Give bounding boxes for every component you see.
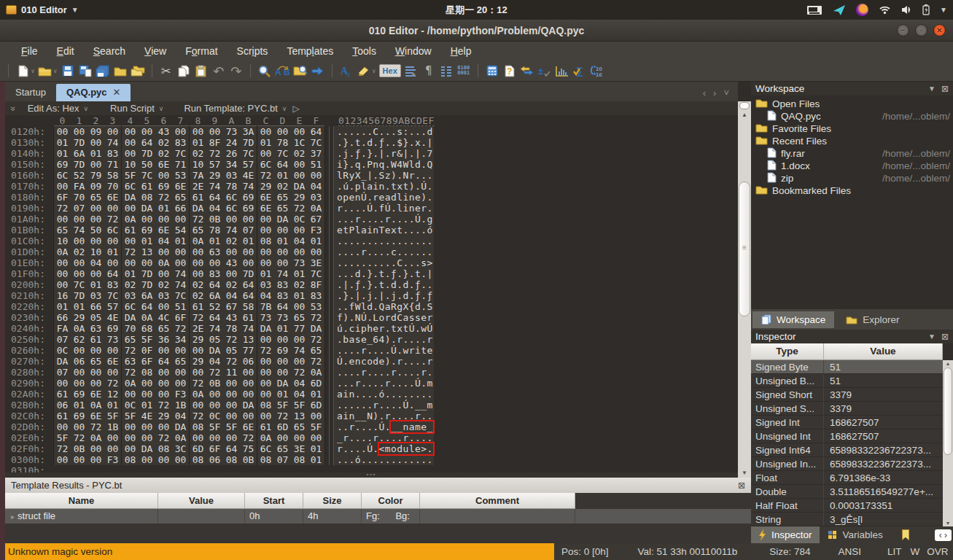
hex-bytes[interactable]: 017D007400640283018F247D01781C7C	[53, 137, 325, 148]
hex-byte[interactable]: 0A	[122, 378, 139, 389]
hex-byte[interactable]: 00	[87, 159, 104, 170]
open-folder-icon[interactable]	[113, 63, 128, 79]
hex-byte[interactable]: 04	[206, 356, 223, 367]
hex-bytes[interactable]: 06010A010C01721B000000DA085F5F6D	[53, 400, 325, 411]
workspace-tree[interactable]: Open FilesQAQ.pyc/home/...oblem/Favorite…	[751, 96, 953, 197]
hex-byte[interactable]: F3	[308, 225, 324, 236]
hex-byte[interactable]: 5F	[308, 421, 324, 432]
paste-icon[interactable]	[194, 63, 209, 79]
hex-byte[interactable]: 7D	[240, 137, 257, 148]
hex-byte[interactable]: DA	[274, 214, 291, 225]
hex-byte[interactable]: 04	[291, 389, 308, 400]
folder-copy-icon[interactable]	[131, 63, 145, 79]
minimize-button[interactable]: −	[897, 24, 909, 36]
hex-byte[interactable]: 6C	[257, 159, 274, 170]
hex-byte[interactable]: 72	[122, 367, 139, 378]
inspector-row[interactable]: String3_gÊs[l	[751, 513, 953, 526]
inspector-row[interactable]: Signed Int6465898332236722373...	[751, 443, 953, 457]
save-icon[interactable]	[61, 63, 75, 79]
hex-byte[interactable]: 6E	[155, 159, 172, 170]
hex-row[interactable]: 0260h:0C000000720F000000DA057772697465..…	[5, 345, 738, 356]
hex-byte[interactable]: 00	[71, 421, 87, 432]
hex-byte[interactable]: 72	[54, 443, 71, 454]
hex-byte[interactable]: 00	[54, 279, 71, 290]
hex-byte[interactable]: DA	[291, 181, 308, 192]
hex-byte[interactable]: 00	[172, 378, 189, 389]
hex-byte[interactable]: 01	[257, 137, 274, 148]
hex-byte[interactable]: 73	[274, 312, 291, 323]
menu-templates[interactable]: Templates	[279, 43, 341, 59]
hex-byte[interactable]: 79	[87, 170, 104, 181]
hex-byte[interactable]: 08	[139, 192, 155, 203]
hex-byte[interactable]: 01	[71, 301, 87, 312]
hex-byte[interactable]: 00	[139, 454, 155, 465]
hex-byte[interactable]: 29	[155, 411, 172, 421]
hex-byte[interactable]: 1B	[172, 400, 189, 411]
hex-byte[interactable]: 69	[71, 389, 87, 400]
hex-byte[interactable]: 00	[190, 400, 206, 411]
tab-inspector[interactable]: Inspector	[751, 526, 820, 543]
hex-byte[interactable]: 72	[223, 356, 240, 367]
hex-byte[interactable]: 00	[139, 389, 155, 400]
hex-byte[interactable]: 61	[190, 192, 206, 203]
hex-row[interactable]: 0160h:6C5279585F7C00537A29034E72010000lR…	[5, 170, 738, 181]
hex-byte[interactable]: 72	[308, 356, 324, 367]
hex-byte[interactable]: 00	[223, 389, 240, 400]
hex-byte[interactable]: 3A	[240, 126, 257, 137]
hex-ascii[interactable]: ain....ó........	[334, 389, 434, 400]
hex-byte[interactable]: 0B	[240, 454, 257, 465]
hex-byte[interactable]: 58	[240, 301, 257, 312]
hex-byte[interactable]: 65	[190, 225, 206, 236]
hex-ascii[interactable]: ú.cipher.txtÚ.wÚ	[334, 323, 434, 334]
close-button[interactable]: ✕	[933, 24, 946, 36]
hex-byte[interactable]: 06	[71, 356, 87, 367]
hex-row[interactable]: 0240h:FA0A6369706865722E747874DA0177DAú.…	[5, 323, 738, 334]
hex-byte[interactable]: 02	[122, 279, 139, 290]
hex-byte[interactable]: 57	[104, 301, 121, 312]
hex-byte[interactable]: 7D	[71, 159, 87, 170]
hex-byte[interactable]: 72	[257, 170, 274, 181]
hex-byte[interactable]: 01	[122, 268, 139, 279]
hex-byte[interactable]: 00	[291, 126, 308, 137]
hex-byte[interactable]: 00	[155, 367, 172, 378]
hex-ascii[interactable]: .|.ƒ.}.t.d.d.ƒ..	[334, 279, 434, 290]
hex-byte[interactable]: 73	[291, 257, 308, 268]
hex-byte[interactable]: DA	[172, 421, 189, 432]
hex-byte[interactable]: 74	[172, 268, 189, 279]
hex-byte[interactable]: 65	[291, 421, 308, 432]
hex-byte[interactable]: 00	[172, 126, 189, 137]
hex-byte[interactable]: 00	[104, 443, 121, 454]
hex-byte[interactable]: 01	[155, 203, 172, 214]
hex-byte[interactable]: 00	[87, 454, 104, 465]
status-endian-toggle[interactable]: LIT	[871, 546, 906, 557]
col-header-comment[interactable]: Comment	[420, 493, 575, 509]
menu-format[interactable]: Format	[177, 43, 225, 59]
hex-byte[interactable]: 83	[274, 290, 291, 301]
hex-byte[interactable]: 7C	[308, 268, 324, 279]
hex-byte[interactable]: 6F	[206, 443, 223, 454]
hex-byte[interactable]: 00	[54, 421, 71, 432]
hex-byte[interactable]: 03	[223, 170, 240, 181]
hex-byte[interactable]: DA	[206, 345, 223, 356]
inspector-row[interactable]: Signed Short3379	[751, 388, 953, 402]
hex-byte[interactable]: 08	[257, 236, 274, 246]
hex-byte[interactable]: 6C	[257, 443, 274, 454]
hex-byte[interactable]: 70	[71, 192, 87, 203]
hex-byte[interactable]: 77	[240, 345, 257, 356]
bookmark-tab-icon[interactable]	[902, 529, 909, 540]
hex-byte[interactable]: 00	[240, 246, 257, 257]
hex-byte[interactable]: 34	[172, 334, 189, 345]
hex-byte[interactable]: 08	[257, 454, 274, 465]
hex-row[interactable]: 0280h:0700000072080000007211000000720A..…	[5, 367, 738, 378]
hex-byte[interactable]: 12	[104, 389, 121, 400]
copy-icon[interactable]	[176, 63, 191, 79]
hex-byte[interactable]: 69	[155, 181, 172, 192]
hex-byte[interactable]: 00	[54, 378, 71, 389]
col-header-color[interactable]: Color	[362, 493, 420, 509]
hex-bytes[interactable]: FA0A6369706865722E747874DA0177DA	[53, 323, 325, 334]
hex-byte[interactable]: 4E	[139, 411, 155, 421]
hex-byte[interactable]: 5F	[223, 421, 240, 432]
hex-byte[interactable]: 7C	[172, 148, 189, 159]
hex-byte[interactable]: 01	[54, 301, 71, 312]
hex-byte[interactable]: 70	[122, 323, 139, 334]
